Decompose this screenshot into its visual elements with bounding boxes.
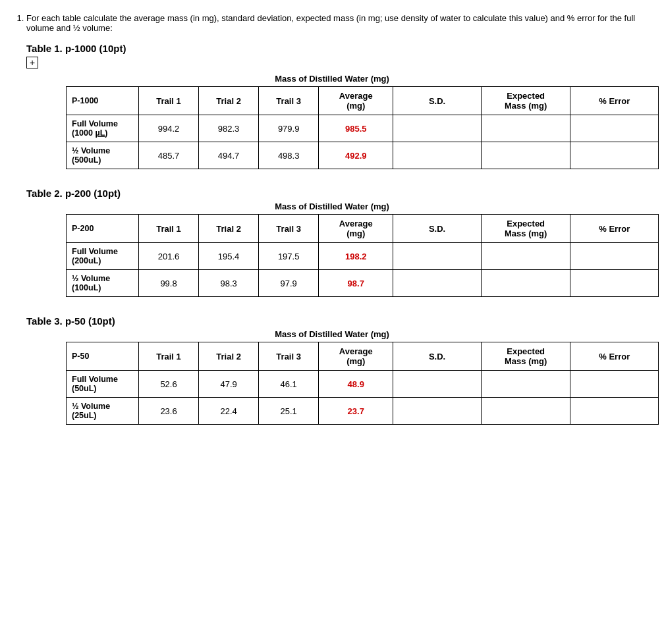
table3-subtitle: Mass of Distilled Water (mg) (26, 329, 638, 339)
intro-item: For each table calculate the average mas… (26, 13, 638, 33)
table1-col-exp: ExpectedMass (mg) (481, 87, 570, 115)
table3-row1-avg: 48.9 (319, 371, 393, 398)
table2-row2-err (570, 270, 659, 297)
table1-row2-label: ½ Volume(500uL) (67, 142, 139, 169)
table-row: Full Volume(200uL) 201.6 195.4 197.5 198… (67, 243, 659, 270)
table2-row2-t2: 98.3 (199, 270, 259, 297)
table2-col-avg: Average(mg) (319, 215, 393, 243)
table1-row1-avg: 985.5 (319, 115, 393, 142)
table3-row1-sd (393, 371, 481, 398)
table1-subtitle: Mass of Distilled Water (mg) (26, 74, 638, 84)
table1-row1-label: Full Volume(1000 µL) (67, 115, 139, 142)
table2-row1-t1: 201.6 (139, 243, 199, 270)
table1-row1-sd (393, 115, 481, 142)
table1-row2-avg: 492.9 (319, 142, 393, 169)
table2-row1-label: Full Volume(200uL) (67, 243, 139, 270)
table2-row1-exp (481, 243, 570, 270)
table1-section: Table 1. p-1000 (10pt) + Mass of Distill… (26, 43, 638, 169)
table1-row1-t3: 979.9 (259, 115, 319, 142)
table3-row1-t2: 47.9 (199, 371, 259, 398)
table2-col-trail1: Trail 1 (139, 215, 199, 243)
table3-row1-exp (481, 371, 570, 398)
table1-p-label: P-1000 (67, 87, 139, 115)
table1-row1-t2: 982.3 (199, 115, 259, 142)
table2-row1-err (570, 243, 659, 270)
table3-row1-t3: 46.1 (259, 371, 319, 398)
table1-col-err: % Error (570, 87, 659, 115)
table2-col-exp: ExpectedMass (mg) (481, 215, 570, 243)
table2-row2-t3: 97.9 (259, 270, 319, 297)
table-row: Full Volume(1000 µL) 994.2 982.3 979.9 9… (67, 115, 659, 142)
table2-col-err: % Error (570, 215, 659, 243)
table2-row2-exp (481, 270, 570, 297)
plus-button[interactable]: + (26, 57, 38, 68)
table1-row2-t3: 498.3 (259, 142, 319, 169)
table2-row1-sd (393, 243, 481, 270)
table2-section: Table 2. p-200 (10pt) Mass of Distilled … (26, 188, 638, 297)
table1-col-trial2: Trial 2 (199, 87, 259, 115)
table3-row2-avg: 23.7 (319, 398, 393, 425)
table1-col-trail1: Trail 1 (139, 87, 199, 115)
table3-row2-t2: 22.4 (199, 398, 259, 425)
table3-p-label: P-50 (67, 342, 139, 371)
table3-row2-exp (481, 398, 570, 425)
table3-row2-err (570, 398, 659, 425)
table3-title: Table 3. p-50 (10pt) (26, 315, 638, 327)
table3: P-50 Trail 1 Trial 2 Trail 3 Average(mg)… (66, 342, 659, 425)
table1-row2-err (570, 142, 659, 169)
table2-row2-label: ½ Volume(100uL) (67, 270, 139, 297)
table1-row1-err (570, 115, 659, 142)
table2-row2-sd (393, 270, 481, 297)
table1-row2-t1: 485.7 (139, 142, 199, 169)
table2-row2-t1: 99.8 (139, 270, 199, 297)
table2-row2-avg: 98.7 (319, 270, 393, 297)
table1: P-1000 Trail 1 Trial 2 Trail 3 Average(m… (66, 86, 659, 169)
table3-row1-err (570, 371, 659, 398)
table1-col-avg: Average(mg) (319, 87, 393, 115)
table3-row1-t1: 52.6 (139, 371, 199, 398)
table3-row2-sd (393, 398, 481, 425)
table3-col-exp: ExpectedMass (mg) (481, 342, 570, 371)
table2-subtitle: Mass of Distilled Water (mg) (26, 201, 638, 211)
table3-col-trial2: Trial 2 (199, 342, 259, 371)
table-row: ½ Volume(100uL) 99.8 98.3 97.9 98.7 (67, 270, 659, 297)
table3-section: Table 3. p-50 (10pt) Mass of Distilled W… (26, 315, 638, 425)
table3-col-trail1: Trail 1 (139, 342, 199, 371)
table1-row1-t1: 994.2 (139, 115, 199, 142)
table2-row1-t2: 195.4 (199, 243, 259, 270)
table3-row2-label: ½ Volume(25uL) (67, 398, 139, 425)
table2-p-label: P-200 (67, 215, 139, 243)
table-row: ½ Volume(500uL) 485.7 494.7 498.3 492.9 (67, 142, 659, 169)
table2: P-200 Trail 1 Trial 2 Trail 3 Average(mg… (66, 214, 659, 297)
table2-row1-avg: 198.2 (319, 243, 393, 270)
table3-col-sd: S.D. (393, 342, 481, 371)
intro-text: For each table calculate the average mas… (26, 13, 635, 33)
table1-col-sd: S.D. (393, 87, 481, 115)
table1-col-trail3: Trail 3 (259, 87, 319, 115)
table3-row2-t1: 23.6 (139, 398, 199, 425)
table1-row1-exp (481, 115, 570, 142)
table1-row2-sd (393, 142, 481, 169)
table-row: Full Volume(50uL) 52.6 47.9 46.1 48.9 (67, 371, 659, 398)
table1-row2-t2: 494.7 (199, 142, 259, 169)
table3-col-err: % Error (570, 342, 659, 371)
table2-col-sd: S.D. (393, 215, 481, 243)
table3-col-trail3: Trail 3 (259, 342, 319, 371)
table2-col-trial2: Trial 2 (199, 215, 259, 243)
table3-col-avg: Average(mg) (319, 342, 393, 371)
table2-col-trail3: Trail 3 (259, 215, 319, 243)
table2-row1-t3: 197.5 (259, 243, 319, 270)
table1-row2-exp (481, 142, 570, 169)
table1-title: Table 1. p-1000 (10pt) (26, 43, 638, 54)
table2-title: Table 2. p-200 (10pt) (26, 188, 638, 199)
table3-row1-label: Full Volume(50uL) (67, 371, 139, 398)
table3-row2-t3: 25.1 (259, 398, 319, 425)
intro-section: For each table calculate the average mas… (26, 13, 638, 33)
table-row: ½ Volume(25uL) 23.6 22.4 25.1 23.7 (67, 398, 659, 425)
